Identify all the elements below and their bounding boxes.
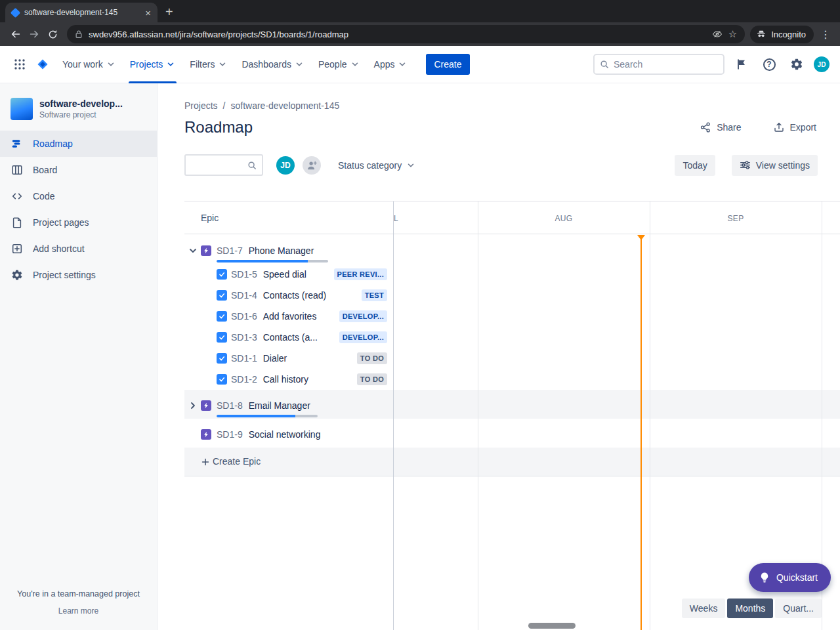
settings-gear-icon[interactable] — [786, 54, 807, 75]
sidebar-footer: You're in a team-managed project Learn m… — [0, 589, 157, 630]
roadmap-search-input[interactable] — [191, 160, 247, 171]
back-icon[interactable] — [7, 25, 25, 43]
sidebar-item-roadmap[interactable]: Roadmap — [0, 131, 157, 157]
notifications-flag-icon[interactable] — [731, 54, 752, 75]
sidebar-item-add-shortcut[interactable]: Add shortcut — [0, 236, 157, 262]
zoom-months-button[interactable]: Months — [727, 598, 773, 618]
incognito-icon — [756, 29, 766, 39]
nav-item-apps[interactable]: Apps — [373, 46, 409, 83]
horizontal-scrollbar-thumb[interactable] — [528, 623, 576, 629]
issue-key: SD1-6 — [231, 311, 257, 322]
search-icon — [247, 161, 257, 170]
issue-row[interactable]: SD1-3 Contacts (a... DEVELOP... — [184, 327, 840, 348]
sidebar-item-project-pages[interactable]: Project pages — [0, 209, 157, 236]
incognito-label: Incognito — [771, 30, 806, 39]
add-people-icon[interactable] — [301, 155, 322, 176]
tab-strip: software-development-145 × + — [0, 0, 840, 22]
issue-row[interactable]: SD1-6 Add favorites DEVELOP... — [184, 306, 840, 327]
search-icon — [600, 60, 609, 69]
user-avatar[interactable]: JD — [814, 56, 830, 72]
zoom-controls: Weeks Months Quart... — [682, 598, 822, 618]
share-label: Share — [717, 122, 741, 133]
project-name: software-develop... — [39, 98, 123, 109]
add-shortcut-icon — [10, 243, 24, 255]
export-button[interactable]: Export — [773, 121, 816, 133]
breadcrumb-project-link[interactable]: software-development-145 — [230, 100, 339, 111]
sidebar-item-code[interactable]: Code — [0, 183, 157, 209]
chevron-down-icon — [406, 161, 415, 170]
sidebar-item-board[interactable]: Board — [0, 157, 157, 183]
browser-menu-icon[interactable]: ⋮ — [818, 28, 833, 41]
nav-item-people[interactable]: People — [317, 46, 361, 83]
browser-tab[interactable]: software-development-145 × — [5, 3, 158, 22]
app-switcher-icon[interactable] — [10, 55, 29, 74]
view-settings-button[interactable]: View settings — [732, 155, 818, 176]
timeline-rows: SD1-7 Phone Manager SD1-5 Speed dial PEE… — [184, 235, 840, 476]
bookmark-star-icon[interactable]: ☆ — [728, 28, 737, 40]
status-badge: DEVELOP... — [339, 310, 387, 322]
issue-name: Email Manager — [249, 400, 310, 411]
board-icon — [10, 164, 24, 176]
status-category-dropdown[interactable]: Status category — [338, 160, 415, 171]
breadcrumb-projects-link[interactable]: Projects — [184, 100, 218, 111]
zoom-weeks-button[interactable]: Weeks — [682, 598, 726, 618]
epic-progress-bar — [217, 260, 328, 262]
today-button[interactable]: Today — [675, 155, 715, 176]
nav-label: Your work — [62, 59, 103, 70]
share-button[interactable]: Share — [700, 121, 741, 133]
chevron-down-icon[interactable] — [188, 245, 198, 256]
tab-close-icon[interactable]: × — [145, 8, 151, 18]
chevron-down-icon — [350, 60, 360, 69]
issue-name: Add favorites — [263, 311, 317, 322]
sidebar-item-label: Project pages — [33, 217, 89, 228]
task-icon — [217, 353, 227, 364]
issue-name: Dialer — [263, 353, 287, 364]
issue-name: Call history — [263, 374, 308, 385]
jira-logo[interactable] — [35, 57, 50, 72]
create-button[interactable]: Create — [426, 54, 469, 75]
epic-column-header: Epic — [201, 213, 219, 223]
project-type: Software project — [39, 110, 123, 119]
export-label: Export — [790, 122, 816, 133]
chevron-right-icon[interactable] — [188, 400, 198, 411]
nav-item-dashboards[interactable]: Dashboards — [240, 46, 305, 83]
filter-user-avatar[interactable]: JD — [275, 155, 296, 176]
issue-row[interactable]: SD1-5 Speed dial PEER REVI... — [184, 264, 840, 285]
learn-more-link[interactable]: Learn more — [0, 606, 157, 616]
issue-row[interactable]: SD1-2 Call history TO DO — [184, 369, 840, 390]
issue-row[interactable]: SD1-4 Contacts (read) TEST — [184, 285, 840, 306]
roadmap-search[interactable] — [184, 154, 263, 176]
refresh-icon[interactable] — [43, 25, 62, 43]
nav-item-your-work[interactable]: Your work — [61, 46, 117, 83]
issue-key: SD1-4 — [231, 290, 257, 301]
lock-icon — [75, 30, 83, 39]
help-icon[interactable]: ? — [759, 54, 780, 75]
eye-off-icon[interactable] — [712, 29, 723, 39]
nav-label: Apps — [374, 59, 395, 70]
team-managed-note: You're in a team-managed project — [0, 589, 157, 598]
global-search-input[interactable] — [614, 59, 718, 70]
global-search[interactable] — [593, 54, 724, 75]
nav-label: People — [318, 59, 347, 70]
epic-row[interactable]: SD1-8 Email Manager — [184, 390, 840, 419]
nav-item-filters[interactable]: Filters — [188, 46, 228, 83]
issue-name: Social networking — [249, 429, 321, 440]
new-tab-button[interactable]: + — [165, 5, 173, 18]
nav-item-projects[interactable]: Projects — [129, 46, 177, 83]
issue-key: SD1-3 — [231, 332, 257, 343]
task-icon — [217, 290, 227, 301]
epic-row[interactable]: SD1-9 Social networking — [184, 419, 840, 448]
zoom-quarters-button[interactable]: Quart... — [775, 598, 822, 618]
nav-label: Filters — [190, 59, 215, 70]
task-icon — [217, 311, 227, 322]
url-bar[interactable]: swdev956.atlassian.net/jira/software/pro… — [67, 25, 745, 43]
chevron-down-icon — [398, 60, 407, 69]
sidebar-item-label: Code — [33, 191, 54, 201]
issue-row[interactable]: SD1-1 Dialer TO DO — [184, 348, 840, 369]
create-epic-button[interactable]: Create Epic — [184, 448, 840, 476]
sidebar-item-project-settings[interactable]: Project settings — [0, 262, 157, 288]
epic-row[interactable]: SD1-7 Phone Manager — [184, 235, 840, 264]
issue-key: SD1-9 — [217, 429, 243, 440]
quickstart-button[interactable]: Quickstart — [749, 563, 831, 592]
forward-icon[interactable] — [25, 25, 43, 43]
